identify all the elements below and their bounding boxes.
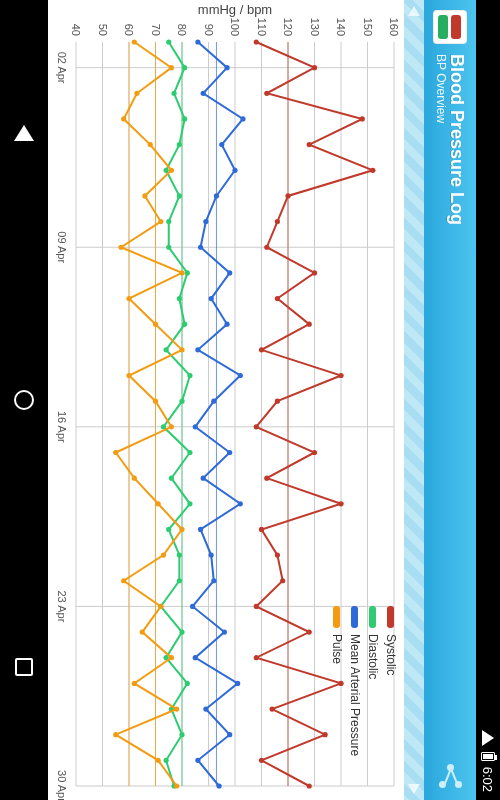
- svg-point-63: [280, 578, 285, 583]
- svg-point-88: [227, 450, 232, 455]
- bp-line-chart: 40506070809010011012013014015016002 Apr0…: [48, 0, 404, 800]
- nav-recent-button[interactable]: [5, 648, 43, 686]
- svg-point-150: [156, 501, 161, 506]
- svg-text:130: 130: [309, 18, 321, 36]
- svg-point-72: [195, 39, 200, 44]
- svg-point-139: [158, 219, 163, 224]
- svg-point-136: [148, 142, 153, 147]
- svg-point-109: [166, 219, 171, 224]
- prev-chevron-icon[interactable]: [408, 6, 420, 16]
- svg-text:60: 60: [123, 24, 135, 36]
- svg-point-66: [254, 655, 259, 660]
- svg-point-137: [169, 168, 174, 173]
- share-icon[interactable]: [436, 762, 464, 790]
- svg-point-103: [182, 65, 187, 70]
- svg-point-151: [179, 527, 184, 532]
- svg-point-149: [132, 476, 137, 481]
- svg-point-55: [338, 373, 343, 378]
- svg-point-142: [126, 296, 131, 301]
- svg-point-59: [264, 476, 269, 481]
- svg-point-130: [164, 758, 169, 763]
- svg-point-106: [177, 142, 182, 147]
- svg-point-145: [126, 373, 131, 378]
- nav-back-button[interactable]: [5, 114, 43, 152]
- svg-text:70: 70: [150, 24, 162, 36]
- svg-point-153: [121, 578, 126, 583]
- nav-home-button[interactable]: [5, 381, 43, 419]
- svg-point-62: [275, 553, 280, 558]
- svg-rect-164: [369, 606, 376, 628]
- svg-point-110: [166, 245, 171, 250]
- svg-text:80: 80: [176, 24, 188, 36]
- svg-point-75: [240, 116, 245, 121]
- svg-text:Systolic: Systolic: [384, 634, 398, 675]
- svg-point-45: [360, 116, 365, 121]
- svg-point-51: [312, 270, 317, 275]
- svg-text:30 Apr: 30 Apr: [56, 770, 68, 800]
- svg-rect-168: [333, 606, 340, 628]
- app-icon[interactable]: [433, 10, 467, 44]
- svg-text:120: 120: [282, 18, 294, 36]
- svg-text:150: 150: [362, 18, 374, 36]
- svg-point-98: [203, 706, 208, 711]
- next-chevron-icon[interactable]: [408, 784, 420, 794]
- svg-point-52: [275, 296, 280, 301]
- svg-point-156: [169, 655, 174, 660]
- svg-point-71: [307, 783, 312, 788]
- svg-text:110: 110: [256, 18, 268, 36]
- svg-point-115: [187, 373, 192, 378]
- svg-text:Pulse: Pulse: [330, 634, 344, 664]
- svg-point-92: [209, 553, 214, 558]
- svg-point-132: [132, 39, 137, 44]
- svg-point-135: [121, 116, 126, 121]
- svg-point-97: [235, 681, 240, 686]
- svg-point-60: [338, 501, 343, 506]
- svg-point-80: [198, 245, 203, 250]
- title-block: Blood Pressure Log BP Overview: [434, 54, 467, 752]
- svg-text:140: 140: [335, 18, 347, 36]
- svg-point-127: [185, 681, 190, 686]
- wifi-icon: [482, 730, 494, 746]
- app-landscape: 6:02 Blood Pressure Log BP Overview 4050…: [0, 0, 500, 800]
- svg-point-78: [214, 193, 219, 198]
- svg-point-105: [182, 116, 187, 121]
- svg-point-65: [307, 629, 312, 634]
- svg-point-47: [370, 168, 375, 173]
- svg-point-83: [224, 322, 229, 327]
- svg-point-57: [254, 424, 259, 429]
- svg-point-85: [238, 373, 243, 378]
- svg-point-119: [169, 476, 174, 481]
- svg-point-61: [259, 527, 264, 532]
- svg-text:23 Apr: 23 Apr: [56, 591, 68, 623]
- svg-point-144: [179, 347, 184, 352]
- svg-point-42: [254, 39, 259, 44]
- svg-point-158: [174, 706, 179, 711]
- svg-text:16 Apr: 16 Apr: [56, 411, 68, 443]
- svg-point-91: [198, 527, 203, 532]
- app-subtitle: BP Overview: [434, 54, 447, 752]
- svg-text:90: 90: [203, 24, 215, 36]
- svg-rect-162: [387, 606, 394, 628]
- svg-point-48: [285, 193, 290, 198]
- svg-point-114: [164, 347, 169, 352]
- svg-point-148: [113, 450, 118, 455]
- svg-point-58: [312, 450, 317, 455]
- pager-strip[interactable]: [404, 0, 424, 800]
- svg-point-152: [161, 553, 166, 558]
- svg-point-138: [142, 193, 147, 198]
- svg-point-125: [179, 629, 184, 634]
- svg-point-54: [259, 347, 264, 352]
- svg-point-93: [211, 578, 216, 583]
- svg-point-44: [264, 91, 269, 96]
- svg-text:160: 160: [388, 18, 400, 36]
- svg-text:50: 50: [97, 24, 109, 36]
- svg-point-113: [182, 322, 187, 327]
- svg-point-160: [156, 758, 161, 763]
- svg-point-155: [140, 629, 145, 634]
- svg-point-157: [132, 681, 137, 686]
- svg-point-161: [174, 783, 179, 788]
- battery-icon: [481, 752, 495, 761]
- svg-point-64: [254, 604, 259, 609]
- svg-point-120: [187, 501, 192, 506]
- svg-point-82: [209, 296, 214, 301]
